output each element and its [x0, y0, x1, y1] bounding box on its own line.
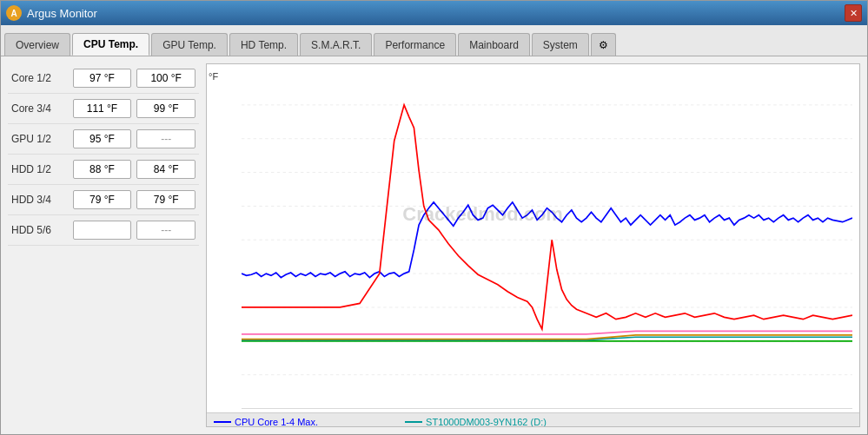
chart-panel: °F Crackedmod.com: [206, 63, 860, 427]
sensor-val1-hdd12: 88 °F: [73, 160, 132, 179]
sensor-row-hdd56: HDD 5/6 ---: [8, 215, 199, 246]
sensor-row-hdd12: HDD 1/2 88 °F 84 °F: [8, 155, 199, 185]
legend-col-left: CPU Core 1-4 Max. GPU 1 (GeForce GTX 660…: [214, 417, 388, 427]
y-axis-label: °F: [209, 71, 218, 82]
main-content: Core 1/2 97 °F 100 °F Core 3/4 111 °F 99…: [1, 56, 867, 434]
chart-svg: 70 80 90 100 110 120 130 140 150 60: [242, 71, 852, 409]
settings-tab[interactable]: ⚙: [591, 33, 616, 56]
sensor-panel: Core 1/2 97 °F 100 °F Core 3/4 111 °F 99…: [8, 63, 199, 427]
legend-bar: CPU Core 1-4 Max. GPU 1 (GeForce GTX 660…: [207, 412, 859, 427]
tab-smart[interactable]: S.M.A.R.T.: [300, 33, 372, 56]
tab-gpu-temp[interactable]: GPU Temp.: [151, 33, 228, 56]
sensor-row-hdd34: HDD 3/4 79 °F 79 °F: [8, 185, 199, 215]
sensor-val2-core12: 100 °F: [136, 69, 195, 88]
title-bar: A Argus Monitor ✕: [1, 1, 867, 25]
chart-area: °F Crackedmod.com: [207, 64, 859, 412]
sensor-val1-gpu12: 95 °F: [73, 129, 132, 148]
sensor-label-core34: Core 3/4: [11, 102, 68, 115]
close-button[interactable]: ✕: [845, 4, 862, 22]
title-bar-left: A Argus Monitor: [6, 5, 97, 21]
legend-label-st1000: ST1000DM003-9YN162 (D:): [426, 417, 547, 427]
sensor-label-core12: Core 1/2: [11, 72, 68, 84]
tab-system[interactable]: System: [532, 33, 589, 56]
sensor-label-hdd12: HDD 1/2: [11, 163, 68, 175]
window-title: Argus Monitor: [27, 7, 97, 20]
sensor-val1-hdd34: 79 °F: [73, 190, 132, 209]
tab-bar: Overview CPU Temp. GPU Temp. HD Temp. S.…: [1, 25, 867, 56]
sensor-val2-hdd12: 84 °F: [136, 160, 195, 179]
main-window: A Argus Monitor ✕ Overview CPU Temp. GPU…: [0, 0, 868, 435]
sensor-row-core34: Core 3/4 111 °F 99 °F: [8, 94, 199, 124]
sensor-label-hdd34: HDD 3/4: [11, 194, 68, 206]
legend-label-cpu: CPU Core 1-4 Max.: [235, 417, 318, 427]
sensor-val2-hdd56: ---: [136, 221, 195, 240]
sensor-val2-core34: 99 °F: [136, 99, 195, 118]
sensor-row-gpu12: GPU 1/2 95 °F ---: [8, 124, 199, 155]
sensor-val1-core34: 111 °F: [73, 99, 132, 118]
tab-hd-temp[interactable]: HD Temp.: [229, 33, 298, 56]
sensor-row-core12: Core 1/2 97 °F 100 °F: [8, 63, 199, 94]
sensor-val2-hdd34: 79 °F: [136, 190, 195, 209]
legend-item-st1000: ST1000DM003-9YN162 (D:): [405, 417, 560, 427]
tab-overview[interactable]: Overview: [4, 33, 70, 56]
legend-col-right: ST1000DM003-9YN162 (D:) WDC WD10EADS-65M…: [405, 417, 560, 427]
tab-performance[interactable]: Performance: [374, 33, 456, 56]
sensor-val1-core12: 97 °F: [73, 69, 132, 88]
sensor-val2-gpu12: ---: [136, 129, 195, 148]
legend-color-cpu: [214, 421, 231, 423]
tab-mainboard[interactable]: Mainboard: [458, 33, 530, 56]
legend-color-st1000: [405, 421, 422, 423]
legend-item-cpu: CPU Core 1-4 Max.: [214, 417, 388, 427]
app-icon: A: [6, 5, 22, 21]
tab-cpu-temp[interactable]: CPU Temp.: [72, 33, 149, 56]
sensor-val1-hdd56: [73, 221, 132, 240]
sensor-label-hdd56: HDD 5/6: [11, 224, 68, 236]
sensor-label-gpu12: GPU 1/2: [11, 133, 68, 145]
